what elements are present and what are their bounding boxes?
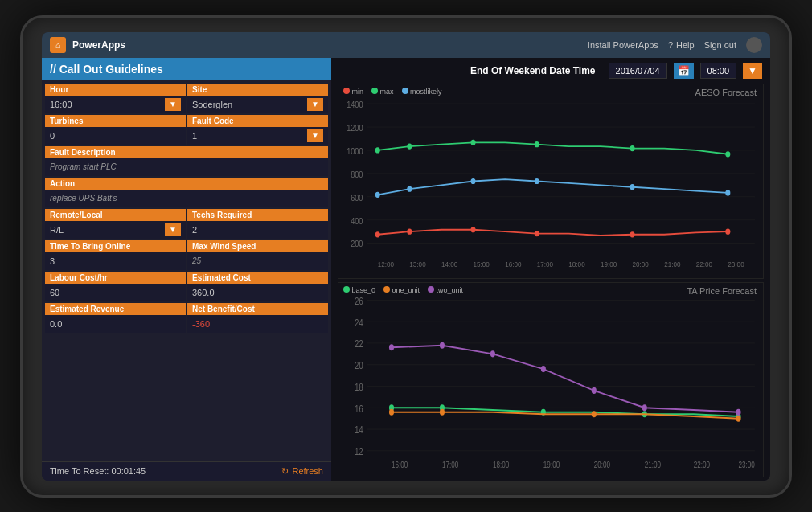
turbines-label: Turbines xyxy=(45,115,186,127)
svg-text:16:00: 16:00 xyxy=(505,259,521,268)
fault-code-dropdown-arrow[interactable]: ▼ xyxy=(307,129,323,142)
remote-techs-row: Remote/Local R/L ▼ Techs Required 2 xyxy=(45,209,328,239)
turbines-faultcode-row: Turbines 0 Fault Code 1 ▼ xyxy=(45,115,328,145)
techs-required-input[interactable]: 2 xyxy=(187,221,328,239)
home-icon[interactable]: ⌂ xyxy=(50,37,66,53)
estimated-cost-label: Estimated Cost xyxy=(187,272,328,284)
fault-desc-input[interactable]: Program start PLC xyxy=(45,158,328,176)
calendar-icon[interactable]: 📅 xyxy=(674,63,694,79)
form-area: Hour 16:00 ▼ Site Soderglen ▼ xyxy=(42,80,331,461)
hour-site-row: Hour 16:00 ▼ Site Soderglen ▼ xyxy=(45,84,328,113)
labour-est-row: Labour Cost/hr 60 Estimated Cost 360.0 xyxy=(45,272,328,301)
labour-cost-value: 60 xyxy=(50,288,59,297)
svg-text:16: 16 xyxy=(355,403,363,414)
labour-cost-label: Labour Cost/hr xyxy=(45,272,186,284)
main-content: // Call Out Guidelines Hour 16:00 ▼ Si xyxy=(42,58,770,481)
svg-text:600: 600 xyxy=(351,192,363,202)
estimated-cost-value: 360.0 xyxy=(192,288,215,297)
estimated-revenue-label: Estimated Revenue xyxy=(45,303,186,315)
signout-button[interactable]: Sign out xyxy=(704,40,736,50)
chart2-svg: 26 24 22 20 18 16 14 12 16:00 17:00 18:0… xyxy=(338,283,763,477)
top-bar: ⌂ PowerApps Install PowerApps ? Help Sig… xyxy=(42,32,770,58)
time-bring-online-input[interactable]: 3 xyxy=(45,252,186,270)
turbines-input[interactable]: 0 xyxy=(45,127,186,145)
svg-text:19:00: 19:00 xyxy=(601,259,617,268)
datetime-bar: End Of Weekend Date Time 2016/07/04 📅 08… xyxy=(331,58,770,84)
refresh-icon: ↻ xyxy=(281,466,289,477)
aeso-forecast-chart: min max mostlikely AESO Forecast xyxy=(338,84,764,279)
net-benefit-field: Net Benefit/Cost -360 xyxy=(187,303,328,333)
date-input[interactable]: 2016/07/04 xyxy=(609,63,667,79)
remote-local-dropdown[interactable]: R/L ▼ xyxy=(45,221,186,239)
refresh-button[interactable]: ↻ Refresh xyxy=(281,466,323,477)
left-panel: // Call Out Guidelines Hour 16:00 ▼ Si xyxy=(42,58,331,481)
action-input[interactable]: replace UPS Batt's xyxy=(45,190,328,207)
svg-point-36 xyxy=(630,184,634,190)
net-benefit-label: Net Benefit/Cost xyxy=(187,303,328,315)
turbines-field: Turbines 0 xyxy=(45,115,186,145)
svg-point-28 xyxy=(470,139,475,145)
svg-point-43 xyxy=(725,228,730,234)
site-dropdown[interactable]: Soderglen ▼ xyxy=(187,96,328,113)
svg-text:15:00: 15:00 xyxy=(474,259,490,268)
svg-point-40 xyxy=(470,227,475,232)
chart2-title: TA Price Forecast xyxy=(687,286,757,296)
svg-text:23:00: 23:00 xyxy=(728,259,744,268)
svg-text:14: 14 xyxy=(355,424,363,436)
device-frame: ⌂ PowerApps Install PowerApps ? Help Sig… xyxy=(20,15,792,498)
max-wind-label: Max Wind Speed xyxy=(187,240,328,252)
top-bar-left: ⌂ PowerApps xyxy=(50,37,125,53)
time-input-field[interactable]: 08:00 xyxy=(700,63,737,79)
fault-desc-row: Fault Description Program start PLC xyxy=(45,146,328,176)
labour-cost-input[interactable]: 60 xyxy=(45,284,186,301)
hour-dropdown[interactable]: 16:00 ▼ xyxy=(45,96,186,113)
svg-text:400: 400 xyxy=(351,215,363,225)
svg-point-78 xyxy=(440,342,445,348)
action-row: Action replace UPS Batt's xyxy=(45,178,328,207)
svg-point-76 xyxy=(736,415,740,421)
techs-required-label: Techs Required xyxy=(187,209,328,221)
install-powerapps-button[interactable]: Install PowerApps xyxy=(588,40,658,50)
remote-local-dropdown-arrow[interactable]: ▼ xyxy=(165,223,181,236)
legend-two-unit: two_unit xyxy=(428,286,463,294)
hour-field: Hour 16:00 ▼ xyxy=(45,84,186,113)
time-bring-online-field: Time To Bring Online 3 xyxy=(45,240,186,270)
legend-mostlikely: mostlikely xyxy=(402,88,442,96)
estimated-revenue-input[interactable]: 0.0 xyxy=(45,315,186,333)
estimated-cost-input[interactable]: 360.0 xyxy=(187,284,328,301)
action-label: Action xyxy=(45,178,328,190)
time-reset-label: Time To Reset: 00:01:45 xyxy=(50,466,146,476)
svg-point-75 xyxy=(592,411,597,417)
techs-required-field: Techs Required 2 xyxy=(187,209,328,239)
svg-text:20: 20 xyxy=(355,359,363,371)
user-avatar xyxy=(746,37,762,53)
help-button[interactable]: ? Help xyxy=(668,40,695,50)
svg-point-41 xyxy=(535,230,539,236)
legend-max: max xyxy=(371,88,394,96)
estimated-revenue-value: 0.0 xyxy=(50,319,62,329)
fault-desc-value: Program start PLC xyxy=(50,162,117,171)
fault-code-dropdown[interactable]: 1 ▼ xyxy=(187,127,328,145)
site-dropdown-arrow[interactable]: ▼ xyxy=(307,98,323,111)
hour-dropdown-arrow[interactable]: ▼ xyxy=(165,98,181,111)
svg-point-73 xyxy=(389,408,394,415)
net-benefit-input[interactable]: -360 xyxy=(187,315,328,333)
techs-required-value: 2 xyxy=(192,225,197,235)
svg-text:20:00: 20:00 xyxy=(633,259,649,268)
max-wind-input[interactable]: 25 xyxy=(187,252,328,270)
turbines-value: 0 xyxy=(50,131,55,141)
max-wind-value: 25 xyxy=(192,256,201,265)
time-dropdown-arrow[interactable]: ▼ xyxy=(743,63,762,79)
svg-point-30 xyxy=(630,145,634,150)
chart1-legend: min max mostlikely xyxy=(343,88,442,96)
right-panel: End Of Weekend Date Time 2016/07/04 📅 08… xyxy=(331,58,770,481)
svg-point-81 xyxy=(592,387,597,393)
estimated-cost-field: Estimated Cost 360.0 xyxy=(187,272,328,301)
svg-point-27 xyxy=(407,143,412,149)
charts-area: min max mostlikely AESO Forecast xyxy=(331,84,770,481)
svg-point-32 xyxy=(375,191,380,197)
hour-label: Hour xyxy=(45,84,186,96)
svg-text:17:00: 17:00 xyxy=(442,460,458,469)
legend-one-unit: one_unit xyxy=(383,286,420,294)
max-wind-field: Max Wind Speed 25 xyxy=(187,240,328,270)
